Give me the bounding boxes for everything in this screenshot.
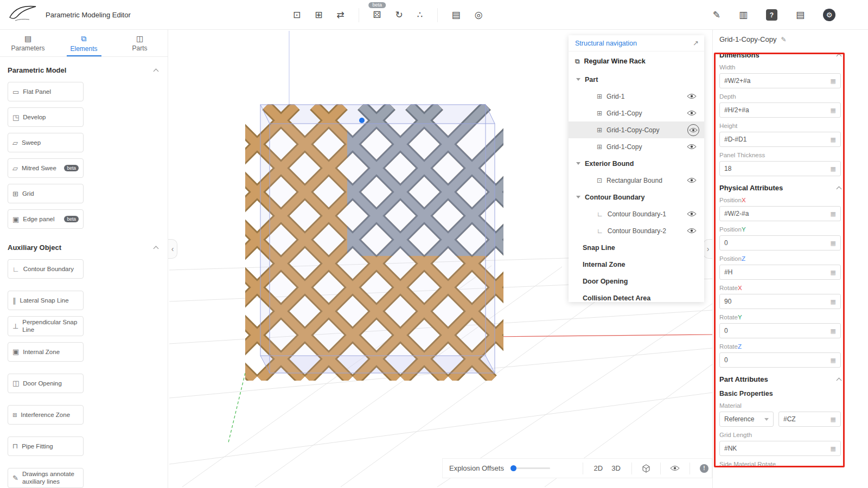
chevron-up-icon[interactable]: [837, 378, 842, 383]
section-auxiliary-object[interactable]: Auxiliary Object: [0, 236, 168, 258]
section-part-attributes[interactable]: Part Attributes: [719, 375, 841, 383]
formula-icon[interactable]: ▦: [831, 298, 836, 305]
tool-grid[interactable]: ⊞ Grid: [8, 184, 84, 203]
caret-down-icon[interactable]: [576, 196, 580, 198]
tool-mitred-sweep[interactable]: ▱ Mitred Swee beta: [8, 158, 84, 178]
position-z-input[interactable]: [724, 268, 827, 276]
document-target-icon[interactable]: ◎: [475, 10, 483, 20]
rotate-x-field[interactable]: ▦: [719, 294, 841, 309]
help-icon[interactable]: ?: [766, 9, 777, 21]
tool-develop[interactable]: ◳ Develop: [8, 107, 84, 127]
visibility-toggle[interactable]: [687, 228, 697, 234]
position-z-field[interactable]: ▦: [719, 265, 841, 280]
tree-item-grid-1-copy[interactable]: ⊞ Grid-1-Copy: [569, 105, 704, 121]
section-parametric-model[interactable]: Parametric Model: [0, 59, 168, 81]
material-input[interactable]: [783, 415, 827, 423]
formula-icon[interactable]: ▦: [831, 416, 836, 423]
alert-icon[interactable]: !: [697, 464, 712, 473]
material-mode-select[interactable]: Reference: [719, 412, 774, 427]
tree-item-grid-1-copy-2[interactable]: ⊞ Grid-1-Copy: [569, 138, 704, 155]
rotate-z-input[interactable]: [724, 356, 827, 364]
settings-icon[interactable]: ⚙: [823, 9, 835, 21]
rotate-y-input[interactable]: [724, 327, 827, 335]
formula-icon[interactable]: ▦: [831, 210, 836, 217]
tab-parts[interactable]: ◫ Parts: [112, 30, 168, 56]
tree-group-exterior-bound[interactable]: Exterior Bound: [569, 155, 704, 172]
visibility-toggle[interactable]: [687, 124, 699, 136]
formula-icon[interactable]: ▦: [831, 445, 836, 452]
chevron-up-icon[interactable]: [154, 246, 159, 251]
tree-group-snap-line[interactable]: Snap Line: [569, 239, 704, 256]
chevron-up-icon[interactable]: [154, 68, 159, 74]
grid-length-input[interactable]: [724, 445, 827, 452]
visibility-toggle[interactable]: [687, 211, 697, 217]
formula-icon[interactable]: ▦: [831, 269, 836, 276]
height-field[interactable]: ▦: [719, 132, 841, 147]
tree-item-contour-boundary-2[interactable]: ∟ Contour Boundary-2: [569, 222, 704, 239]
formula-icon[interactable]: ▦: [831, 240, 836, 247]
position-y-input[interactable]: [724, 239, 827, 247]
tool-interference-zone[interactable]: ⧈ Interference Zone: [8, 405, 84, 425]
formula-icon[interactable]: ▦: [831, 78, 836, 85]
rename-pencil-icon[interactable]: ✎: [781, 36, 786, 43]
position-x-field[interactable]: ▦: [719, 206, 841, 221]
formula-icon[interactable]: ▦: [831, 107, 836, 114]
panel-thickness-field[interactable]: ▦: [719, 161, 841, 176]
tree-group-part[interactable]: Part: [569, 71, 704, 88]
slider-knob[interactable]: [510, 465, 516, 471]
visibility-toggle[interactable]: [687, 177, 697, 183]
cube-view-icon[interactable]: [639, 464, 654, 473]
document-icon[interactable]: ▤: [796, 10, 805, 20]
tool-lateral-snap-line[interactable]: ∥ Lateral Snap Line: [8, 291, 84, 310]
material-field[interactable]: ▦: [778, 412, 841, 427]
tree-item-grid-1[interactable]: ⊞ Grid-1: [569, 88, 704, 105]
collapse-right-panel-handle[interactable]: ›: [703, 239, 712, 259]
document-export-icon[interactable]: ▤: [452, 10, 461, 20]
visibility-toggle[interactable]: [687, 110, 697, 116]
position-y-field[interactable]: ▦: [719, 235, 841, 251]
tree-item-grid-1-copy-copy[interactable]: ⊞ Grid-1-Copy-Copy: [569, 121, 704, 138]
formula-icon[interactable]: ▦: [831, 165, 836, 172]
model-tools-icon[interactable]: ⊡: [293, 10, 301, 20]
depth-field[interactable]: ▦: [719, 102, 841, 118]
tool-pipe-fitting[interactable]: ⊓ Pipe Fitting: [8, 436, 84, 456]
tab-elements[interactable]: ⧉ Elements: [56, 30, 112, 56]
tool-internal-zone[interactable]: ▣ Internal Zone: [8, 342, 84, 362]
tool-drawings-annotate-lines[interactable]: ✎ Drawings annotate auxiliary lines: [8, 468, 84, 488]
tool-flat-panel[interactable]: ▭ Flat Panel: [8, 82, 84, 101]
tool-door-opening[interactable]: ◫ Door Opening: [8, 374, 84, 393]
rotate-3d-icon[interactable]: ↻: [395, 10, 403, 20]
height-input[interactable]: [724, 136, 827, 143]
chevron-up-icon[interactable]: [837, 54, 842, 59]
edit-pencil-icon[interactable]: ✎: [713, 10, 720, 20]
visibility-toggle[interactable]: [687, 93, 697, 99]
width-input[interactable]: [724, 77, 827, 85]
position-x-input[interactable]: [724, 210, 827, 217]
panel-thickness-input[interactable]: [724, 165, 827, 172]
view-3d-button[interactable]: 3D: [607, 464, 625, 472]
formula-icon[interactable]: ▦: [831, 328, 836, 335]
section-dimensions[interactable]: Dimensions: [719, 51, 841, 59]
collapse-left-sidebar-handle[interactable]: ‹: [168, 239, 177, 259]
tree-item-rectangular-bound[interactable]: ⊡ Rectangular Bound: [569, 172, 704, 189]
caret-down-icon[interactable]: [576, 78, 580, 81]
section-physical-attributes[interactable]: Physical Attributes: [719, 184, 841, 192]
rotate-z-field[interactable]: ▦: [719, 352, 841, 368]
tree-group-door-opening[interactable]: Door Opening: [569, 273, 704, 290]
caret-down-icon[interactable]: [576, 162, 580, 165]
swap-icon[interactable]: ⇄: [337, 10, 344, 20]
chevron-up-icon[interactable]: [837, 187, 842, 192]
visibility-icon[interactable]: [667, 465, 683, 471]
tree-item-contour-boundary-1[interactable]: ∟ Contour Boundary-1: [569, 206, 704, 222]
formula-icon[interactable]: ▦: [831, 136, 836, 143]
selection-handle-dot[interactable]: [359, 118, 365, 123]
tree-group-collision-detect-area[interactable]: Collision Detect Area: [569, 290, 704, 302]
grid-length-field[interactable]: ▦: [719, 441, 841, 456]
nodes-icon[interactable]: ∴: [417, 10, 423, 20]
tool-perpendicular-snap-line[interactable]: ⊥ Perpendicular Snap Line: [8, 316, 84, 336]
formula-icon[interactable]: ▦: [831, 357, 836, 364]
tree-group-contour-boundary[interactable]: Contour Boundary: [569, 189, 704, 206]
tool-contour-boundary[interactable]: ∟ Contour Boundary: [8, 259, 84, 279]
tree-group-internal-zone[interactable]: Internal Zone: [569, 256, 704, 273]
rotate-x-input[interactable]: [724, 298, 827, 305]
